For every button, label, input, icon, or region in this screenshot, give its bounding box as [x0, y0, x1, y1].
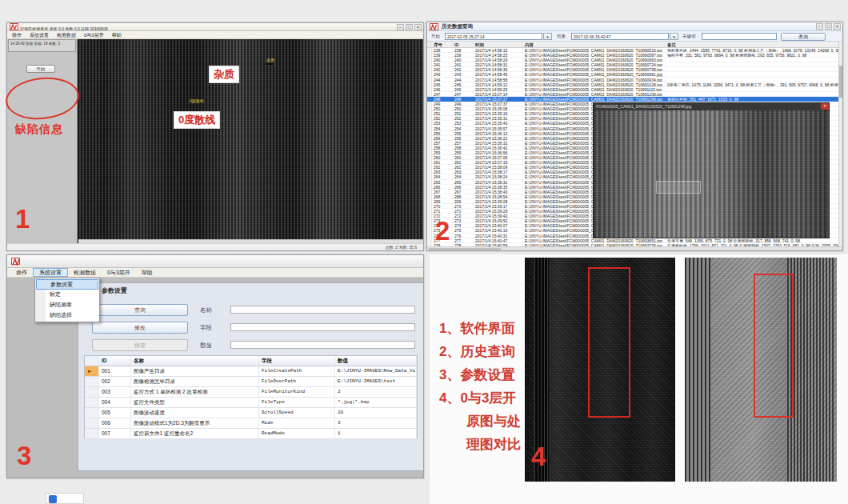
scatter-label: 0度散线	[174, 111, 220, 129]
dropdown-menu-item[interactable]: 参数设置	[36, 279, 98, 290]
image-preview-window: FCM000005_CAM01_DAM20160620_T10691296.jp…	[593, 102, 830, 238]
preview-titlebar: FCM000005_CAM01_DAM20160620_T10691296.jp…	[594, 103, 829, 110]
value-label: 数值	[200, 342, 212, 350]
defect-info-annotation: 缺陷信息	[15, 122, 63, 137]
col-name[interactable]: 名称	[131, 356, 259, 366]
menu-item-help[interactable]: 帮助	[136, 268, 158, 277]
query-button[interactable]: 查询	[92, 304, 188, 316]
start-button[interactable]: 开始	[26, 65, 55, 73]
horizontal-scrollbar[interactable]	[427, 246, 842, 250]
taskbar-fragment	[46, 493, 84, 504]
start-time-input[interactable]: 2017-02-05 15:27:14	[445, 33, 542, 40]
scrollbar-thumb[interactable]	[839, 66, 842, 98]
menu-item[interactable]: 操作	[12, 31, 22, 38]
dropdown-menu-item[interactable]: 标定	[36, 290, 98, 300]
parameter-grid: ID 名称 字段 数值 ► 001 图像产生目录 FileCreatePath …	[84, 355, 418, 438]
minimize-button[interactable]: −	[816, 23, 823, 30]
preview-fabric-image	[594, 110, 829, 238]
minimize-button[interactable]: −	[397, 24, 404, 30]
start-time-label: 开始	[431, 34, 440, 39]
dropdown-menu-item[interactable]: 缺陷选择	[36, 310, 98, 321]
taskbar-app-icon[interactable]	[49, 495, 57, 503]
grid-row[interactable]: 004 监控文件类型 FileType *.jpg|*.bmp	[85, 398, 417, 408]
impurity-label: 杂质	[209, 66, 239, 83]
menu-item[interactable]: 检测数据	[57, 31, 76, 38]
keyword-label: 关键词	[682, 34, 696, 39]
panel-number-4: 4	[531, 442, 546, 472]
grid-header: ID 名称 字段 数值	[85, 356, 417, 366]
panel-number-1: 1	[15, 204, 30, 234]
panel-number-3: 3	[17, 441, 31, 471]
name-label: 名称	[200, 306, 212, 314]
note-line: 理图对比	[439, 433, 521, 456]
menu-item-detect-data[interactable]: 检测数据	[68, 268, 102, 277]
settings-window: 操作 系统设置 检测数据 0与3层开 帮助 参数设置标定缺陷测量缺陷选择 参数设…	[6, 254, 424, 478]
app-logo-icon	[10, 23, 18, 30]
grid-row[interactable]: 002 图像检测完毕目录 FileOverPath E:\JINYU-IMAGE…	[85, 377, 417, 387]
dropdown-menu-item[interactable]: 缺陷测量	[36, 300, 98, 310]
grid-row[interactable]: 003 监控方式 1 单胚检测 2 批量检测 FileMonitorKind 2	[85, 387, 417, 398]
fabric-image: 杂质 杂质 0度散线 0度散线	[78, 39, 423, 243]
keyword-input[interactable]	[702, 33, 777, 40]
end-date-dropdown[interactable]: ▾	[670, 33, 678, 40]
note-line: 原图与处	[439, 410, 521, 433]
col-value[interactable]: 数值	[335, 356, 417, 366]
col-id[interactable]: ID	[453, 42, 474, 47]
close-button[interactable]: ×	[834, 23, 841, 30]
menu-item-layers[interactable]: 0与3层开	[102, 268, 136, 277]
summary-notes: 1、软件界面2、历史查询3、参数设置4、0与3层开原图与处理图对比	[439, 317, 521, 456]
titlebar: JY布匹检测系统 速度 0.0 米数 0.0 日期 20160606 − □ ×	[7, 23, 423, 31]
inner-title-text: 参数设置	[102, 286, 127, 295]
start-date-dropdown[interactable]: ▾	[543, 33, 552, 40]
preview-close-button[interactable]: ×	[821, 103, 829, 110]
field-label: 字段	[200, 324, 212, 332]
modify-button[interactable]: 修改	[92, 322, 188, 334]
defect-list-item[interactable]: 14:26:42 杂质 坐标: 18 米数: 3	[8, 39, 76, 52]
grid-row[interactable]: 007 监控新文件1 监控重命名2 ReadMode 1	[85, 429, 417, 439]
col-seq[interactable]: 序号	[432, 42, 453, 47]
field-input[interactable]	[230, 323, 415, 331]
app-logo-icon	[11, 258, 20, 265]
menu-bar: 操作 系统设置 检测数据 0与3层开 帮助	[7, 268, 423, 278]
table-header: 序号 ID 时间 内容 备注	[427, 42, 842, 48]
grid-row[interactable]: 005 图像滚动速度 ScrollSpeed 20	[85, 408, 417, 418]
menu-item[interactable]: 系统设置	[30, 31, 49, 38]
comparison-panel: 1、软件界面2、历史查询3、参数设置4、0与3层开原图与处理图对比 4	[430, 254, 848, 504]
col-id[interactable]: ID	[99, 356, 131, 366]
name-input[interactable]	[230, 306, 415, 314]
value-input[interactable]	[230, 341, 415, 349]
defect-highlight-box	[656, 181, 701, 194]
titlebar	[7, 255, 423, 268]
col-time[interactable]: 时间	[474, 42, 523, 47]
defect-sidebar: 开始 14:25:10 0度散线 坐标: 35 米数: 214:26:42 杂质…	[7, 39, 78, 243]
app-logo-icon	[430, 23, 438, 30]
query-button[interactable]: 查询	[781, 33, 826, 41]
vertical-scrollbar[interactable]	[838, 42, 842, 246]
grid-body: ► 001 图像产生目录 FileCreatePath E:\JINYU-IMA…	[85, 366, 417, 439]
menu-item-operate[interactable]: 操作	[10, 268, 33, 277]
note-line: 2、历史查询	[439, 340, 521, 363]
maximize-button[interactable]: □	[406, 24, 413, 30]
end-time-label: 结束	[557, 34, 566, 39]
col-field[interactable]: 字段	[259, 356, 335, 366]
scrollbar-thumb[interactable]	[429, 248, 501, 250]
menu-item-system-settings[interactable]: 系统设置	[33, 268, 68, 277]
scatter-marker-tag: 0度散线	[190, 98, 204, 103]
col-content[interactable]: 内容	[523, 42, 666, 47]
window-body: 开始 14:25:10 0度散线 坐标: 35 米数: 214:26:42 杂质…	[7, 39, 423, 243]
selected-row-arrow-icon: ►	[87, 369, 92, 374]
maximize-button[interactable]: □	[825, 23, 832, 30]
col-remark[interactable]: 备注	[666, 42, 842, 47]
impurity-defect-mark	[265, 62, 274, 66]
original-fabric-image: 4	[525, 258, 675, 482]
menu-item[interactable]: 帮助	[112, 31, 122, 38]
grid-row[interactable]: ► 001 图像产生目录 FileCreatePath E:\JINYU-IMA…	[85, 366, 417, 377]
titlebar: 历史数据查询 − □ ×	[427, 22, 842, 31]
end-time-input[interactable]: 2017-02-06 15:42:47	[571, 33, 669, 40]
menu-item[interactable]: 0与3层开	[84, 31, 104, 38]
save-button[interactable]: 保存	[92, 339, 188, 351]
grid-row[interactable]: 006 图像滚动模式1为2D,3为翻页显示 Mode 3	[85, 418, 417, 429]
parameter-settings-panel: 参数设置 查询 修改 保存 名称 字段 数值 ID 名称 字段 数值	[78, 282, 423, 471]
close-button[interactable]: ×	[414, 24, 422, 30]
red-circle-annotation	[4, 74, 82, 122]
